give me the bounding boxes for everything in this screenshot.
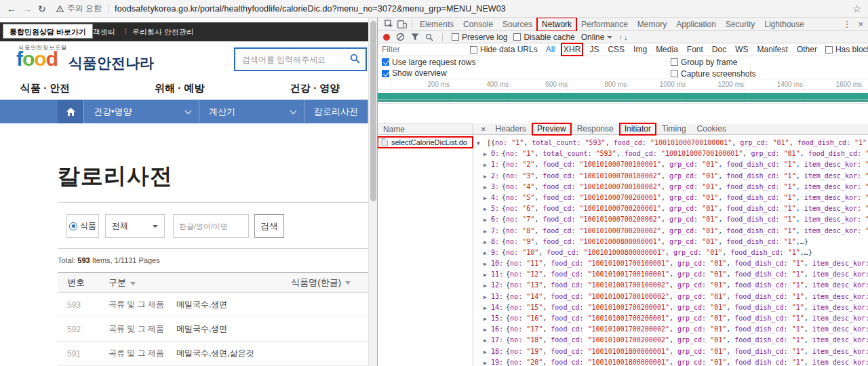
expand-arrow-icon[interactable]: ▶ bbox=[484, 204, 491, 214]
table-row[interactable]: 592 곡류 및 그 제품 메밀국수,생면 bbox=[58, 317, 368, 342]
expand-arrow-icon[interactable]: ▶ bbox=[484, 347, 491, 357]
resource-type-filter[interactable]: CSS bbox=[606, 44, 626, 55]
json-preview-line[interactable]: ▶8:{no: "9", food_cd: "10010100080000000… bbox=[475, 237, 868, 247]
use-large-rows-option[interactable]: Use large request rows bbox=[382, 58, 475, 67]
devtools-tab[interactable]: Memory bbox=[633, 18, 671, 31]
json-preview-line[interactable]: ▶17:{no: "18", food_cd: "100101001700200… bbox=[475, 335, 868, 346]
expand-arrow-icon[interactable]: ▶ bbox=[484, 160, 491, 170]
request-row[interactable]: selectCalorieDicList.do bbox=[378, 137, 473, 148]
resource-type-filter[interactable]: Img bbox=[632, 44, 648, 55]
json-preview-line[interactable]: ▶1:{no: "2", food_cd: "10010100070010000… bbox=[475, 159, 868, 170]
show-overview-option[interactable]: Show overview bbox=[382, 68, 447, 78]
topbar-link-company-safety[interactable]: 우리회사 안전관리 bbox=[132, 27, 194, 37]
expand-arrow-icon[interactable]: ▶ bbox=[484, 237, 491, 247]
device-toolbar-icon[interactable] bbox=[395, 18, 409, 30]
hide-data-urls-option[interactable]: Hide data URLs bbox=[470, 45, 538, 54]
search-icon[interactable] bbox=[425, 33, 433, 41]
devtools-tab[interactable]: Lighthouse bbox=[760, 18, 809, 31]
home-button[interactable] bbox=[58, 100, 83, 123]
resource-type-filter[interactable]: JS bbox=[588, 44, 600, 55]
preserve-log-checkbox[interactable] bbox=[452, 33, 459, 41]
json-preview-line[interactable]: ▶6:{no: "7", food_cd: "10010100070020000… bbox=[475, 214, 868, 225]
expand-arrow-icon[interactable]: ▼ bbox=[477, 138, 484, 148]
clear-icon[interactable] bbox=[396, 33, 405, 41]
column-divider[interactable] bbox=[473, 123, 473, 366]
civil-service-quick-link[interactable]: 통합민원상담 바로가기 bbox=[3, 24, 93, 39]
food-radio-group[interactable]: 식품 bbox=[66, 214, 99, 238]
expand-arrow-icon[interactable]: ▶ bbox=[484, 336, 491, 346]
resource-type-filter[interactable]: Font bbox=[686, 44, 705, 55]
devtools-tab[interactable]: Console bbox=[458, 18, 498, 31]
throttling-dropdown[interactable]: Online bbox=[581, 33, 613, 42]
expand-arrow-icon[interactable]: ▶ bbox=[484, 281, 491, 291]
expand-arrow-icon[interactable]: ▶ bbox=[484, 270, 491, 280]
json-preview-line[interactable]: ▶0:{no: "1", total_count: "593", food_cd… bbox=[475, 148, 868, 159]
expand-arrow-icon[interactable]: ▶ bbox=[484, 325, 491, 335]
expand-arrow-icon[interactable]: ▶ bbox=[484, 215, 491, 225]
json-preview-line[interactable]: ▶11:{no: "12", food_cd: "100101001700100… bbox=[475, 269, 868, 280]
json-preview-line[interactable]: ▶16:{no: "17", food_cd: "100101001700200… bbox=[475, 324, 868, 335]
column-header-category[interactable]: 구분 bbox=[108, 277, 176, 289]
detail-tab[interactable]: Cookies bbox=[692, 123, 731, 135]
category-select[interactable]: 전체 bbox=[105, 214, 165, 238]
breadcrumb-menu-calorie-dictionary[interactable]: 칼로리사전 bbox=[304, 100, 368, 123]
search-icon[interactable] bbox=[350, 54, 360, 66]
json-preview-line[interactable]: ▶14:{no: "15", food_cd: "100101001700200… bbox=[475, 302, 868, 313]
has-blocked-cookies-checkbox[interactable] bbox=[825, 46, 833, 54]
expand-arrow-icon[interactable]: ▶ bbox=[484, 358, 491, 366]
site-name[interactable]: 식품안전나라 bbox=[68, 54, 154, 73]
resource-type-filter[interactable]: Media bbox=[654, 44, 679, 55]
show-overview-checkbox[interactable] bbox=[382, 70, 389, 77]
close-devtools-icon[interactable]: × bbox=[858, 19, 863, 29]
site-search-input[interactable] bbox=[234, 47, 367, 71]
filter-icon[interactable] bbox=[411, 33, 419, 41]
forward-button[interactable]: → bbox=[22, 3, 32, 14]
detail-tab[interactable]: Response bbox=[572, 123, 618, 135]
inspect-element-icon[interactable] bbox=[382, 18, 395, 30]
site-logo[interactable]: food bbox=[16, 49, 58, 69]
column-header-name[interactable]: 식품명(한글) bbox=[176, 277, 368, 289]
network-filter-input[interactable] bbox=[382, 45, 463, 55]
use-large-rows-checkbox[interactable] bbox=[382, 58, 389, 66]
expand-arrow-icon[interactable]: ▶ bbox=[484, 193, 491, 203]
radio-selected-icon[interactable] bbox=[69, 222, 77, 230]
capture-screenshots-checkbox[interactable] bbox=[671, 70, 678, 77]
json-preview-line[interactable]: ▶18:{no: "19", food_cd: "100101001800000… bbox=[475, 346, 868, 357]
expand-arrow-icon[interactable]: ▶ bbox=[484, 292, 491, 302]
has-blocked-cookies-option[interactable]: Has blocked cookies bbox=[825, 45, 868, 54]
json-preview-line[interactable]: ▶7:{no: "8", food_cd: "10010100070020000… bbox=[475, 226, 868, 237]
reload-button[interactable]: ↻ bbox=[38, 3, 46, 14]
expand-arrow-icon[interactable]: ▶ bbox=[484, 248, 491, 258]
devtools-tab[interactable]: Application bbox=[671, 18, 721, 31]
devtools-tab[interactable]: Performance bbox=[576, 18, 633, 31]
expand-arrow-icon[interactable]: ▶ bbox=[484, 303, 491, 313]
resource-type-filter[interactable]: Doc bbox=[711, 44, 728, 55]
json-preview-line[interactable]: ▶2:{no: "3", food_cd: "10010100070010000… bbox=[475, 171, 868, 182]
nav-item-food-safety[interactable]: 식품 · 안전 bbox=[20, 82, 70, 95]
more-options-icon[interactable]: ⋮ bbox=[842, 19, 851, 29]
expand-arrow-icon[interactable]: ▶ bbox=[484, 226, 491, 237]
json-preview-line[interactable]: ▶19:{no: "20", food_cd: "100101001800000… bbox=[475, 357, 868, 366]
json-preview-line[interactable]: ▼[{no: "1", total_count: "593", food_cd:… bbox=[475, 138, 868, 148]
preserve-log-option[interactable]: Preserve log bbox=[452, 33, 507, 42]
disable-cache-checkbox[interactable] bbox=[513, 33, 521, 41]
breadcrumb-menu-calculator[interactable]: 계산기 bbox=[199, 100, 304, 123]
resource-type-filter[interactable]: Other bbox=[795, 44, 818, 55]
json-preview-line[interactable]: ▶3:{no: "4", food_cd: "10010100070010000… bbox=[475, 182, 868, 192]
detail-tab[interactable]: Timing bbox=[657, 123, 691, 135]
url-text[interactable]: foodsafetykorea.go.kr/portal/healthyfood… bbox=[115, 4, 506, 14]
nav-item-health-nutrition[interactable]: 건강 · 영양 bbox=[290, 82, 340, 95]
table-row[interactable]: 593 곡류 및 그 제품 메밀국수,생면 bbox=[58, 293, 368, 317]
site-security-chip[interactable]: 주의 요함 bbox=[56, 3, 102, 14]
group-by-frame-option[interactable]: Group by frame bbox=[671, 56, 737, 68]
expand-arrow-icon[interactable]: ▶ bbox=[484, 259, 491, 269]
close-detail-icon[interactable]: × bbox=[477, 124, 490, 134]
json-preview-line[interactable]: ▶9:{no: "10", food_cd: "1001010008000000… bbox=[475, 247, 868, 258]
cell-food-name[interactable]: 메밀국수,생면 bbox=[176, 323, 368, 335]
devtools-tab[interactable]: Security bbox=[721, 18, 760, 31]
expand-arrow-icon[interactable]: ▶ bbox=[484, 171, 491, 182]
group-by-frame-checkbox[interactable] bbox=[671, 58, 678, 66]
json-preview-line[interactable]: ▶4:{no: "5", food_cd: "10010100070020000… bbox=[475, 192, 868, 203]
table-row[interactable]: 591 곡류 및 그 제품 메밀국수,생면,삶은것 bbox=[58, 342, 368, 366]
capture-screenshots-option[interactable]: Capture screenshots bbox=[671, 68, 756, 79]
